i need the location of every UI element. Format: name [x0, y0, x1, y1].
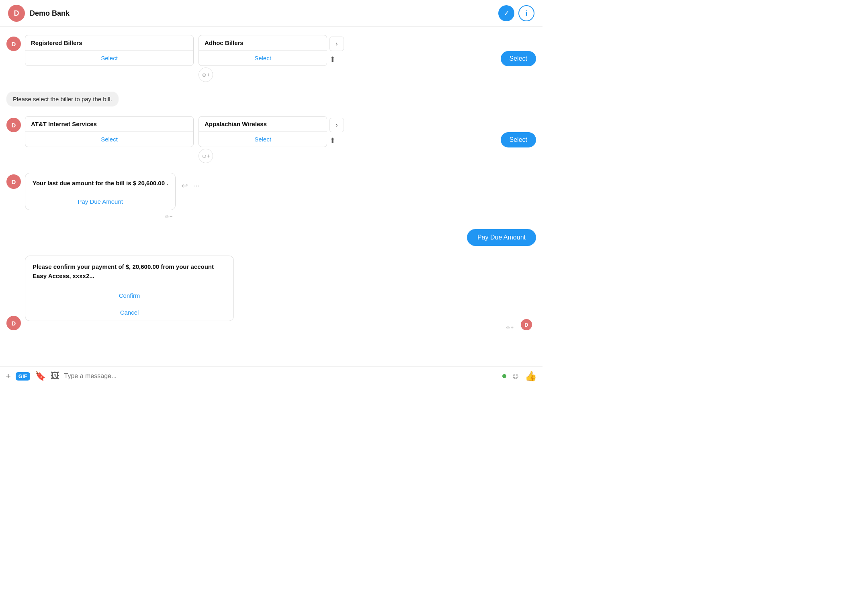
select-button-1[interactable]: Select: [501, 51, 536, 66]
thumbs-up-icon[interactable]: 👍: [525, 370, 537, 382]
confirm-payment-card: Please confirm your payment of $, 20,600…: [25, 256, 234, 321]
image-icon[interactable]: 🖼: [51, 371, 59, 381]
user-avatar-1: D: [6, 37, 21, 51]
chevron-right-icon-1[interactable]: ›: [330, 37, 344, 51]
chevron-right-icon-2[interactable]: ›: [330, 118, 344, 132]
share-icon-1[interactable]: ⬆: [330, 55, 344, 64]
registered-billers-select[interactable]: Select: [25, 51, 193, 65]
online-indicator: [502, 374, 506, 378]
appalachian-billers-select[interactable]: Select: [199, 132, 327, 147]
user-avatar-3: D: [6, 118, 21, 132]
confirm-payment-row: D Please confirm your payment of $, 20,6…: [6, 256, 536, 330]
adhoc-billers-card: Adhoc Billers Select: [199, 35, 327, 66]
gif-button[interactable]: GIF: [16, 372, 30, 381]
due-amount-card: Your last due amount for the bill is $ 2…: [25, 173, 176, 210]
adhoc-billers-group: Adhoc Billers Select ☺+ › ⬆: [199, 35, 344, 82]
biller-pair-1: Registered Billers Select Adhoc Billers …: [25, 35, 493, 82]
info-icon[interactable]: i: [518, 5, 534, 21]
adhoc-controls: › ⬆: [330, 37, 344, 64]
header-title: Demo Bank: [30, 9, 498, 18]
header-icons: ✓ i: [498, 5, 534, 21]
pay-due-btn-row: Pay Due Amount: [6, 229, 536, 246]
reply-icon[interactable]: ↩: [181, 181, 188, 190]
header: D Demo Bank ✓ i: [0, 0, 542, 27]
right-user-avatar: D: [521, 319, 532, 330]
cancel-button[interactable]: Cancel: [25, 304, 233, 321]
adhoc-billers-wrapper: Adhoc Billers Select ☺+: [199, 35, 327, 82]
user-avatar-6: D: [6, 316, 21, 330]
biller-selection-row-1: D Registered Billers Select Adhoc Biller…: [6, 35, 536, 82]
att-billers-card: AT&T Internet Services Select: [25, 116, 194, 147]
select-button-2[interactable]: Select: [501, 132, 536, 147]
more-icon[interactable]: ···: [193, 181, 200, 190]
registered-billers-title: Registered Billers: [25, 35, 193, 51]
plus-icon[interactable]: +: [6, 371, 11, 381]
registered-billers-card: Registered Billers Select: [25, 35, 194, 66]
user-avatar-4: D: [6, 174, 21, 189]
adhoc-billers-select[interactable]: Select: [199, 51, 327, 65]
emoji-plus-btn-2[interactable]: ☺+: [199, 149, 213, 163]
pay-due-amount-button[interactable]: Pay Due Amount: [467, 229, 536, 246]
pay-due-amount-action[interactable]: Pay Due Amount: [25, 193, 175, 210]
confirm-payment-text: Please confirm your payment of $, 20,600…: [25, 256, 233, 287]
chat-footer: + GIF 🔖 🖼 ☺ 👍: [0, 366, 542, 386]
biller-selection-row-2: D AT&T Internet Services Select Appalach…: [6, 116, 536, 163]
appalachian-billers-group: Appalachian Wireless Select ☺+ › ⬆: [199, 116, 344, 163]
appalachian-billers-title: Appalachian Wireless: [199, 117, 327, 132]
message-input[interactable]: [64, 372, 497, 380]
emoji-plus-btn-1[interactable]: ☺+: [199, 68, 213, 82]
adhoc-billers-title: Adhoc Billers: [199, 35, 327, 51]
chat-area: D Registered Billers Select Adhoc Biller…: [0, 27, 542, 366]
confirm-button[interactable]: Confirm: [25, 287, 233, 304]
share-icon-2[interactable]: ⬆: [330, 136, 344, 145]
emoji-icon[interactable]: ☺: [511, 371, 520, 381]
biller-pair-2: AT&T Internet Services Select Appalachia…: [25, 116, 493, 163]
appalachian-controls: › ⬆: [330, 118, 344, 145]
due-amount-text: Your last due amount for the bill is $ 2…: [25, 173, 175, 193]
emoji-plus-3[interactable]: ☺+: [25, 212, 176, 219]
right-user-avatar-area: D: [521, 319, 536, 330]
confirm-payment-col: Please confirm your payment of $, 20,600…: [25, 256, 517, 330]
header-avatar: D: [8, 5, 25, 22]
footer-right: ☺ 👍: [502, 370, 537, 382]
info-bubble-row: Please select the biller to pay the bill…: [6, 92, 536, 106]
bookmark-icon[interactable]: 🔖: [35, 371, 46, 381]
att-billers-title: AT&T Internet Services: [25, 117, 193, 132]
due-amount-col: Your last due amount for the bill is $ 2…: [25, 173, 176, 219]
due-amount-row: D Your last due amount for the bill is $…: [6, 173, 536, 219]
message-actions: ↩ ···: [181, 181, 200, 190]
check-icon[interactable]: ✓: [498, 5, 514, 21]
info-bubble: Please select the biller to pay the bill…: [6, 92, 119, 106]
emoji-plus-6[interactable]: ☺+: [25, 323, 517, 330]
appalachian-billers-card: Appalachian Wireless Select: [199, 116, 327, 147]
att-billers-select[interactable]: Select: [25, 132, 193, 147]
appalachian-billers-wrapper: Appalachian Wireless Select ☺+: [199, 116, 327, 163]
